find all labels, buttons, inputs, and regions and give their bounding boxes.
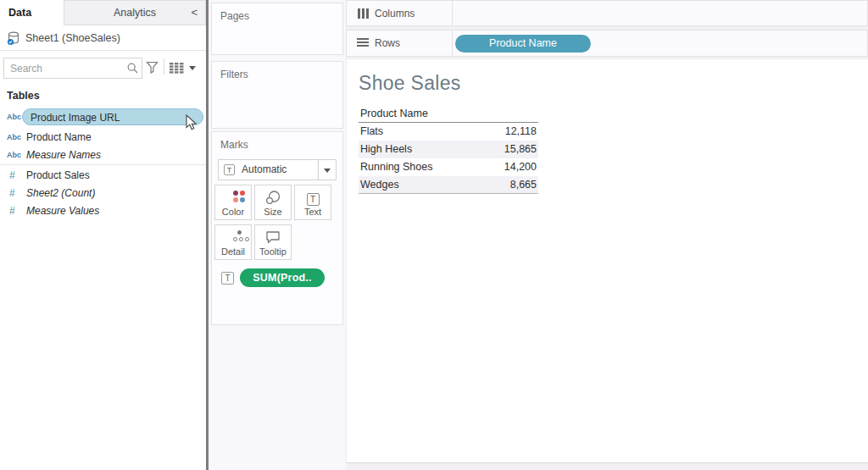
tables-heading: Tables [7,90,40,102]
search-input[interactable] [3,58,142,79]
sheet-title: Shoe Sales [359,72,461,95]
tooltip-button-label: Tooltip [255,246,291,257]
field-label: Product Image URL [31,109,120,126]
database-icon [7,31,21,49]
text-mark-icon: T [221,272,234,285]
columns-shelf-label: Columns [375,1,415,25]
size-circles-icon [255,191,291,206]
field-product-image-url[interactable]: Abc Product Image URL [0,108,206,125]
field-measure-names[interactable]: Abc Measure Names [0,147,206,163]
field-sheet2-count[interactable]: # Sheet2 (Count) [0,185,206,202]
table-row[interactable]: Running Shoes 14,200 [359,158,538,176]
detail-button-label: Detail [215,246,251,257]
number-hash-icon: # [9,185,26,202]
pane-tabbar: Data Analytics < [0,0,206,25]
rows-icon [357,38,369,49]
field-label: Product Sales [26,167,90,184]
abc-string-icon: Abc [7,108,24,125]
columns-shelf[interactable]: Columns [346,0,868,26]
selected-field-pill[interactable]: Product Image URL [22,108,203,125]
row-label: Wedges [359,176,479,193]
search-row [0,51,206,82]
chevron-down-icon[interactable] [189,66,196,70]
marks-label: Marks [220,139,248,151]
toolbar-divider [164,58,164,75]
abc-string-icon: Abc [7,147,24,163]
rows-shelf-label: Rows [375,30,400,56]
column-header[interactable]: Product Name [359,105,538,123]
field-measure-values[interactable]: # Measure Values [0,202,206,219]
crosstab-table: Product Name Flats 12,118 High Heels 15,… [359,105,538,194]
mark-type-dropdown[interactable]: T Automatic [218,159,337,180]
filter-funnel-icon[interactable] [146,61,159,77]
tab-data[interactable]: Data [0,0,64,25]
field-label: Measure Names [26,147,101,163]
chevron-down-icon [324,169,331,173]
color-dots-icon [215,191,251,206]
rows-shelf-labelbox: Rows [347,30,453,56]
field-product-name[interactable]: Abc Product Name [0,129,206,146]
tooltip-bubble-icon [255,230,291,246]
table-row[interactable]: Wedges 8,665 [359,176,538,194]
text-button[interactable]: T Text [294,185,331,220]
pages-label: Pages [220,10,249,22]
text-button-label: Text [295,207,331,217]
sum-product-sales-pill[interactable]: SUM(Prod.. [240,268,325,287]
row-label: Running Shoes [359,158,479,176]
field-label: Measure Values [26,202,99,219]
row-value: 12,118 [479,123,538,141]
mouse-cursor [186,114,199,134]
detail-dots-icon [215,230,251,246]
row-value: 15,865 [479,141,538,158]
pages-shelf[interactable]: Pages [211,3,343,55]
row-value: 8,665 [479,176,538,193]
field-label: Product Name [26,129,92,146]
text-mark-icon: T [224,164,235,175]
worksheet-canvas: Shoe Sales Product Name Flats 12,118 Hig… [346,59,868,463]
datasource-name: Sheet1 (ShoeSales) [25,25,120,51]
color-button-label: Color [215,207,251,217]
tab-analytics[interactable]: Analytics < [64,0,206,25]
dimensions-measures-divider [0,164,206,165]
detail-button[interactable]: Detail [214,224,252,260]
search-icon [127,62,138,77]
mark-type-value: Automatic [242,160,287,180]
field-product-sales[interactable]: # Product Sales [0,167,206,184]
color-button[interactable]: Color [214,185,252,220]
field-label: Sheet2 (Count) [26,185,95,202]
view-data-grid-icon[interactable] [170,62,184,77]
table-row[interactable]: Flats 12,118 [359,123,538,141]
columns-icon [358,8,370,19]
number-hash-icon: # [9,202,26,219]
row-value: 14,200 [479,158,538,176]
row-label: Flats [359,123,479,141]
datasource-row[interactable]: Sheet1 (ShoeSales) [0,25,206,51]
table-row[interactable]: High Heels 15,865 [359,141,538,158]
text-t-icon: T [295,191,331,206]
size-button-label: Size [255,207,291,217]
row-label: High Heels [359,141,479,158]
tableau-workspace: Data Analytics < Sheet1 (ShoeSales) [0,0,868,470]
product-name-pill[interactable]: Product Name [455,35,591,53]
filters-shelf[interactable]: Filters [211,61,343,129]
rows-shelf[interactable]: Rows Product Name [346,30,868,57]
tab-analytics-label: Analytics [114,7,156,19]
abc-string-icon: Abc [7,129,24,146]
columns-shelf-labelbox: Columns [347,1,453,25]
size-button[interactable]: Size [254,185,292,220]
data-pane: Data Analytics < Sheet1 (ShoeSales) [0,0,206,470]
number-hash-icon: # [9,167,26,184]
filters-label: Filters [220,69,248,80]
collapse-pane-icon[interactable]: < [191,1,198,25]
tooltip-button[interactable]: Tooltip [254,224,292,260]
mark-type-caret-button[interactable] [318,160,336,180]
